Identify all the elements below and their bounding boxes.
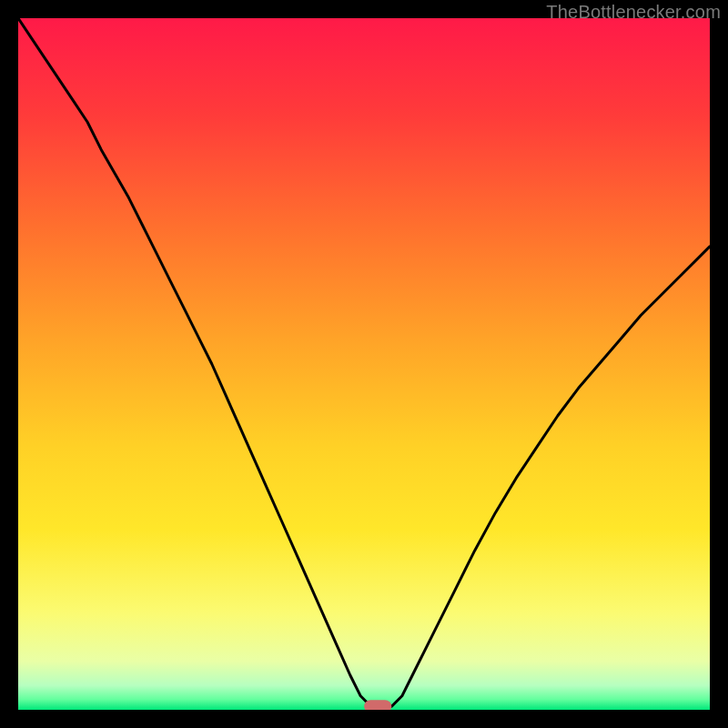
chart-frame: TheBottlenecker.com [0, 0, 728, 728]
optimal-marker [364, 700, 391, 710]
bottleneck-chart [18, 18, 710, 710]
chart-background [18, 18, 710, 710]
